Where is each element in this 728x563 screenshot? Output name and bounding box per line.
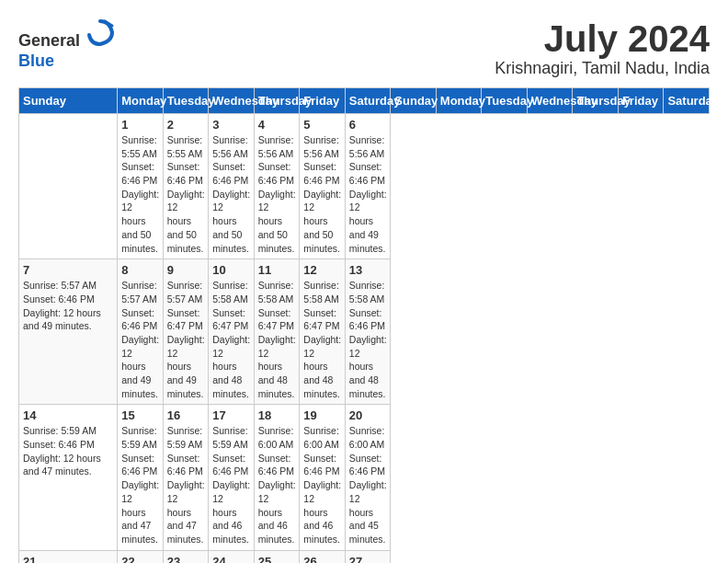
day-detail: Sunrise: 5:55 AM Sunset: 6:46 PM Dayligh…	[167, 133, 205, 255]
day-number: 13	[349, 263, 387, 277]
day-number: 11	[258, 263, 296, 277]
day-detail: Sunrise: 5:57 AM Sunset: 6:46 PM Dayligh…	[121, 279, 159, 400]
day-detail: Sunrise: 5:59 AM Sunset: 6:46 PM Dayligh…	[121, 424, 159, 546]
day-number: 12	[303, 263, 341, 277]
month-title: July 2024	[495, 18, 710, 59]
day-cell: 3Sunrise: 5:56 AM Sunset: 6:46 PM Daylig…	[209, 114, 255, 259]
day-number: 18	[258, 408, 296, 422]
col-header-wednesday: Wednesday	[527, 88, 573, 114]
day-detail: Sunrise: 6:00 AM Sunset: 6:46 PM Dayligh…	[258, 424, 296, 546]
day-cell: 18Sunrise: 6:00 AM Sunset: 6:46 PM Dayli…	[254, 405, 300, 550]
day-cell: 21Sunrise: 6:00 AM Sunset: 6:46 PM Dayli…	[19, 550, 118, 563]
day-detail: Sunrise: 5:55 AM Sunset: 6:46 PM Dayligh…	[121, 133, 159, 255]
day-cell: 7Sunrise: 5:57 AM Sunset: 6:46 PM Daylig…	[19, 259, 118, 405]
day-number: 4	[258, 118, 296, 132]
day-cell: 23Sunrise: 6:01 AM Sunset: 6:45 PM Dayli…	[163, 550, 209, 563]
col-header-wednesday: Wednesday	[209, 88, 255, 114]
day-number: 14	[23, 408, 113, 422]
day-number: 17	[212, 408, 250, 422]
day-detail: Sunrise: 5:58 AM Sunset: 6:47 PM Dayligh…	[258, 279, 296, 400]
day-cell: 14Sunrise: 5:59 AM Sunset: 6:46 PM Dayli…	[19, 405, 118, 550]
day-cell: 20Sunrise: 6:00 AM Sunset: 6:46 PM Dayli…	[345, 405, 391, 550]
calendar-table: SundayMondayTuesdayWednesdayThursdayFrid…	[18, 87, 710, 563]
day-detail: Sunrise: 5:56 AM Sunset: 6:46 PM Dayligh…	[258, 133, 296, 255]
col-header-sunday: Sunday	[19, 88, 118, 114]
day-cell: 6Sunrise: 5:56 AM Sunset: 6:46 PM Daylig…	[345, 114, 391, 259]
col-header-friday: Friday	[300, 88, 346, 114]
day-detail: Sunrise: 5:57 AM Sunset: 6:46 PM Dayligh…	[23, 279, 113, 333]
day-cell: 1Sunrise: 5:55 AM Sunset: 6:46 PM Daylig…	[118, 114, 164, 259]
day-detail: Sunrise: 5:59 AM Sunset: 6:46 PM Dayligh…	[212, 424, 250, 546]
day-number: 21	[23, 555, 113, 563]
day-cell: 8Sunrise: 5:57 AM Sunset: 6:46 PM Daylig…	[118, 259, 164, 405]
day-detail: Sunrise: 5:57 AM Sunset: 6:47 PM Dayligh…	[167, 279, 205, 400]
logo-icon	[86, 18, 114, 46]
col-header-thursday: Thursday	[254, 88, 300, 114]
day-detail: Sunrise: 5:56 AM Sunset: 6:46 PM Dayligh…	[303, 133, 341, 255]
day-cell: 12Sunrise: 5:58 AM Sunset: 6:47 PM Dayli…	[300, 259, 346, 405]
day-detail: Sunrise: 6:00 AM Sunset: 6:46 PM Dayligh…	[349, 424, 387, 546]
day-number: 16	[167, 408, 205, 422]
col-header-tuesday: Tuesday	[163, 88, 209, 114]
day-detail: Sunrise: 5:58 AM Sunset: 6:46 PM Dayligh…	[349, 279, 387, 400]
week-row-4: 21Sunrise: 6:00 AM Sunset: 6:46 PM Dayli…	[19, 550, 710, 563]
logo: General Blue	[18, 18, 114, 71]
day-detail: Sunrise: 5:59 AM Sunset: 6:46 PM Dayligh…	[167, 424, 205, 546]
col-header-sunday: Sunday	[391, 88, 437, 114]
day-number: 15	[121, 408, 159, 422]
day-number: 3	[212, 118, 250, 132]
col-header-friday: Friday	[618, 88, 664, 114]
day-cell: 17Sunrise: 5:59 AM Sunset: 6:46 PM Dayli…	[209, 405, 255, 550]
day-cell: 11Sunrise: 5:58 AM Sunset: 6:47 PM Dayli…	[254, 259, 300, 405]
day-number: 6	[349, 118, 387, 132]
week-row-2: 7Sunrise: 5:57 AM Sunset: 6:46 PM Daylig…	[19, 259, 710, 405]
page-header: General Blue July 2024 Krishnagiri, Tami…	[18, 18, 710, 78]
day-number: 9	[167, 263, 205, 277]
day-number: 5	[303, 118, 341, 132]
day-detail: Sunrise: 5:56 AM Sunset: 6:46 PM Dayligh…	[212, 133, 250, 255]
day-number: 7	[23, 263, 113, 277]
day-number: 19	[303, 408, 341, 422]
day-cell: 27Sunrise: 6:02 AM Sunset: 6:45 PM Dayli…	[345, 550, 391, 563]
day-detail: Sunrise: 5:56 AM Sunset: 6:46 PM Dayligh…	[349, 133, 387, 255]
col-header-tuesday: Tuesday	[482, 88, 528, 114]
day-cell: 19Sunrise: 6:00 AM Sunset: 6:46 PM Dayli…	[300, 405, 346, 550]
day-cell: 24Sunrise: 6:01 AM Sunset: 6:45 PM Dayli…	[209, 550, 255, 563]
day-number: 25	[258, 555, 296, 563]
day-cell: 26Sunrise: 6:02 AM Sunset: 6:45 PM Dayli…	[300, 550, 346, 563]
day-detail: Sunrise: 5:58 AM Sunset: 6:47 PM Dayligh…	[303, 279, 341, 400]
day-detail: Sunrise: 5:58 AM Sunset: 6:47 PM Dayligh…	[212, 279, 250, 400]
day-number: 2	[167, 118, 205, 132]
col-header-monday: Monday	[118, 88, 164, 114]
day-cell	[19, 114, 118, 259]
day-detail: Sunrise: 5:59 AM Sunset: 6:46 PM Dayligh…	[23, 424, 113, 478]
day-detail: Sunrise: 6:00 AM Sunset: 6:46 PM Dayligh…	[303, 424, 341, 546]
col-header-thursday: Thursday	[573, 88, 619, 114]
day-number: 24	[212, 555, 250, 563]
day-number: 26	[303, 555, 341, 563]
col-header-saturday: Saturday	[345, 88, 391, 114]
day-number: 23	[167, 555, 205, 563]
day-number: 20	[349, 408, 387, 422]
day-cell: 16Sunrise: 5:59 AM Sunset: 6:46 PM Dayli…	[163, 405, 209, 550]
day-cell: 22Sunrise: 6:01 AM Sunset: 6:46 PM Dayli…	[118, 550, 164, 563]
logo-general-text: General	[18, 31, 80, 50]
day-cell: 25Sunrise: 6:01 AM Sunset: 6:45 PM Dayli…	[254, 550, 300, 563]
day-cell: 13Sunrise: 5:58 AM Sunset: 6:46 PM Dayli…	[345, 259, 391, 405]
day-cell: 2Sunrise: 5:55 AM Sunset: 6:46 PM Daylig…	[163, 114, 209, 259]
day-cell: 4Sunrise: 5:56 AM Sunset: 6:46 PM Daylig…	[254, 114, 300, 259]
day-number: 8	[121, 263, 159, 277]
day-cell: 15Sunrise: 5:59 AM Sunset: 6:46 PM Dayli…	[118, 405, 164, 550]
logo-blue-text: Blue	[18, 52, 54, 70]
day-cell: 10Sunrise: 5:58 AM Sunset: 6:47 PM Dayli…	[209, 259, 255, 405]
location-title: Krishnagiri, Tamil Nadu, India	[495, 59, 710, 78]
day-number: 10	[212, 263, 250, 277]
day-number: 1	[121, 118, 159, 132]
col-header-saturday: Saturday	[664, 88, 710, 114]
week-row-1: 1Sunrise: 5:55 AM Sunset: 6:46 PM Daylig…	[19, 114, 710, 259]
day-cell: 9Sunrise: 5:57 AM Sunset: 6:47 PM Daylig…	[163, 259, 209, 405]
header-row: SundayMondayTuesdayWednesdayThursdayFrid…	[19, 88, 710, 114]
col-header-monday: Monday	[436, 88, 482, 114]
week-row-3: 14Sunrise: 5:59 AM Sunset: 6:46 PM Dayli…	[19, 405, 710, 550]
day-number: 27	[349, 555, 387, 563]
